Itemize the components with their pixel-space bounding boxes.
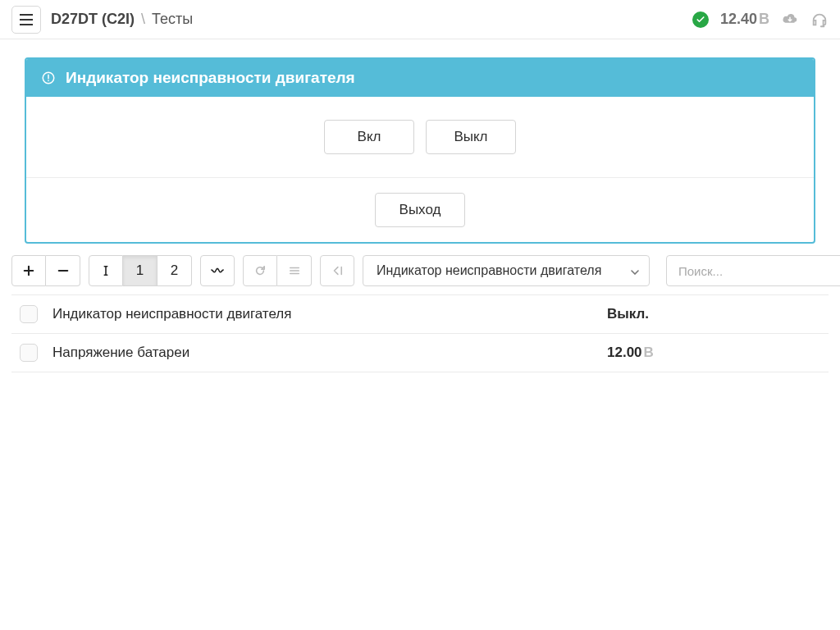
level-group: 1 2 [89,255,192,286]
parameter-select[interactable]: Индикатор неисправности двигателя [363,255,650,286]
wave-group [200,255,235,286]
voltage-unit: В [759,11,769,27]
row-label: Напряжение батареи [52,345,607,361]
level-2-button[interactable]: 2 [158,255,192,286]
remove-button[interactable] [46,255,80,286]
collapse-group [320,255,354,286]
breadcrumb-device[interactable]: D27DT (C2I) [51,11,135,27]
breadcrumb: D27DT (C2I) \ Тесты [51,11,692,28]
panel-container: Индикатор неисправности двигателя Вкл Вы… [0,39,840,255]
status-ok-icon [692,11,709,28]
text-icon-button[interactable] [89,255,123,286]
toolbar: 1 2 Индикатор неисправности двигателя [0,255,840,294]
data-rows: Индикатор неисправности двигателя Выкл. … [0,294,840,372]
table-row: Напряжение батареи 12.00В [11,334,829,372]
collapse-icon [331,265,343,276]
cloud-icon[interactable] [781,11,799,29]
test-panel: Индикатор неисправности двигателя Вкл Вы… [25,57,815,244]
panel-footer: Выход [26,177,814,242]
search-input[interactable] [666,255,840,286]
menu-button[interactable] [11,6,41,34]
headset-icon[interactable] [810,11,829,29]
panel-body: Вкл Выкл [26,97,814,177]
voltage-value: 12.40 [720,11,757,27]
exit-button[interactable]: Выход [375,193,465,227]
wave-icon [211,266,224,276]
row-value-unit: В [644,345,654,360]
list-button[interactable] [277,255,312,286]
panel-header: Индикатор неисправности двигателя [26,59,814,97]
minus-icon [57,265,69,276]
plus-icon [23,265,34,276]
row-value-text: 12.00 [607,345,642,360]
header-right: 12.40В [692,11,829,29]
app-header: D27DT (C2I) \ Тесты 12.40В [0,0,840,39]
refresh-group [243,255,312,286]
row-checkbox[interactable] [20,344,38,362]
parameter-select-value: Индикатор неисправности двигателя [377,263,601,278]
header-voltage: 12.40В [720,11,769,28]
collapse-button[interactable] [320,255,354,286]
refresh-icon [254,265,266,276]
row-value: Выкл. [607,306,820,322]
level-1-button[interactable]: 1 [123,255,158,286]
add-button[interactable] [11,255,46,286]
alert-icon [41,71,56,85]
addremove-group [11,255,80,286]
breadcrumb-page: Тесты [152,11,193,27]
text-cursor-icon [100,265,112,276]
wave-button[interactable] [200,255,235,286]
breadcrumb-separator: \ [141,11,145,27]
off-button[interactable]: Выкл [426,120,516,154]
menu-icon [20,14,33,25]
row-value-text: Выкл. [607,306,649,322]
list-icon [289,265,300,276]
row-value: 12.00В [607,345,820,361]
chevron-down-icon [631,263,639,278]
panel-title: Индикатор неисправности двигателя [66,69,355,87]
on-button[interactable]: Вкл [324,120,414,154]
row-checkbox[interactable] [20,305,38,323]
table-row: Индикатор неисправности двигателя Выкл. [11,294,829,334]
row-label: Индикатор неисправности двигателя [52,306,607,322]
refresh-button[interactable] [243,255,277,286]
